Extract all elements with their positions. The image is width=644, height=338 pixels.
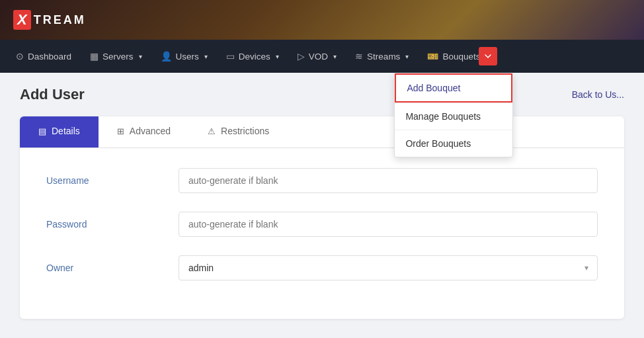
tab-details-label: Details xyxy=(52,126,80,136)
bouquets-dropdown-menu: Add Bouquet Manage Bouquets Order Bouque… xyxy=(394,73,513,157)
password-row: Password xyxy=(46,212,598,237)
nav-item-devices[interactable]: ▭ Devices ▾ xyxy=(217,40,288,73)
nav-item-vod[interactable]: ▷ VOD ▾ xyxy=(288,40,346,73)
devices-chevron-icon: ▾ xyxy=(276,53,279,60)
main-card: ▤ Details ⊞ Advanced ⚠ Restrictions User… xyxy=(20,116,624,319)
nav-label-vod: VOD xyxy=(309,52,328,62)
username-input[interactable] xyxy=(179,168,598,193)
nav-label-servers: Servers xyxy=(102,52,134,62)
password-label: Password xyxy=(46,219,179,230)
app-header: X TREAM xyxy=(0,0,644,40)
advanced-tab-icon: ⊞ xyxy=(117,126,124,136)
dashboard-icon: ⊙ xyxy=(16,51,24,62)
restrictions-tab-icon: ⚠ xyxy=(208,126,216,136)
tab-bar: ▤ Details ⊞ Advanced ⚠ Restrictions xyxy=(20,116,624,148)
form-body: Username Password Owner admin ▾ xyxy=(20,148,624,319)
app-logo[interactable]: X TREAM xyxy=(13,10,86,30)
tab-details[interactable]: ▤ Details xyxy=(20,116,99,148)
logo-x: X xyxy=(13,10,31,30)
streams-icon: ≋ xyxy=(355,51,363,62)
nav-item-bouquets[interactable]: 🎫 Bouquets Add Bouquet Manage Bouquets O… xyxy=(418,40,506,73)
nav-label-streams: Streams xyxy=(367,52,400,62)
logo-text: TREAM xyxy=(34,13,86,27)
tab-restrictions[interactable]: ⚠ Restrictions xyxy=(189,116,288,148)
main-content: Add User Back to Us... ▤ Details ⊞ Advan… xyxy=(0,73,644,338)
nav-label-users: Users xyxy=(176,52,199,62)
main-nav: ⊙ Dashboard ▦ Servers ▾ 👤 Users ▾ ▭ Devi… xyxy=(0,40,644,73)
details-tab-icon: ▤ xyxy=(38,126,46,136)
tab-restrictions-label: Restrictions xyxy=(221,126,269,136)
password-input[interactable] xyxy=(179,212,598,237)
bouquets-icon: 🎫 xyxy=(427,51,438,62)
username-row: Username xyxy=(46,168,598,193)
users-icon: 👤 xyxy=(161,51,172,62)
nav-item-streams[interactable]: ≋ Streams ▾ xyxy=(346,40,418,73)
dropdown-order-bouquets[interactable]: Order Bouquets xyxy=(395,130,512,157)
nav-label-bouquets: Bouquets xyxy=(442,52,480,62)
nav-item-users[interactable]: 👤 Users ▾ xyxy=(151,40,217,73)
owner-label: Owner xyxy=(46,263,179,273)
owner-select-wrapper: admin ▾ xyxy=(179,255,598,280)
page-title: Add User xyxy=(20,86,85,103)
tab-advanced[interactable]: ⊞ Advanced xyxy=(99,116,189,148)
back-link[interactable]: Back to Us... xyxy=(572,89,624,100)
dropdown-manage-bouquets[interactable]: Manage Bouquets xyxy=(395,103,512,130)
nav-label-dashboard: Dashboard xyxy=(28,52,71,62)
owner-row: Owner admin ▾ xyxy=(46,255,598,280)
vod-chevron-icon: ▾ xyxy=(333,53,337,60)
nav-label-devices: Devices xyxy=(239,52,270,62)
dropdown-add-bouquet[interactable]: Add Bouquet xyxy=(395,73,512,103)
nav-item-servers[interactable]: ▦ Servers ▾ xyxy=(81,40,151,73)
vod-icon: ▷ xyxy=(298,51,305,62)
users-chevron-icon: ▾ xyxy=(204,53,208,60)
tab-advanced-label: Advanced xyxy=(130,126,171,136)
owner-select[interactable]: admin xyxy=(179,255,598,280)
chevron-down-icon xyxy=(485,53,491,60)
bouquets-dropdown-btn[interactable] xyxy=(479,47,497,65)
servers-chevron-icon: ▾ xyxy=(139,53,142,60)
streams-chevron-icon: ▾ xyxy=(405,53,409,60)
username-label: Username xyxy=(46,175,179,186)
page-header: Add User Back to Us... xyxy=(20,86,624,103)
servers-icon: ▦ xyxy=(90,51,99,62)
nav-item-dashboard[interactable]: ⊙ Dashboard xyxy=(7,40,81,73)
devices-icon: ▭ xyxy=(226,51,235,62)
